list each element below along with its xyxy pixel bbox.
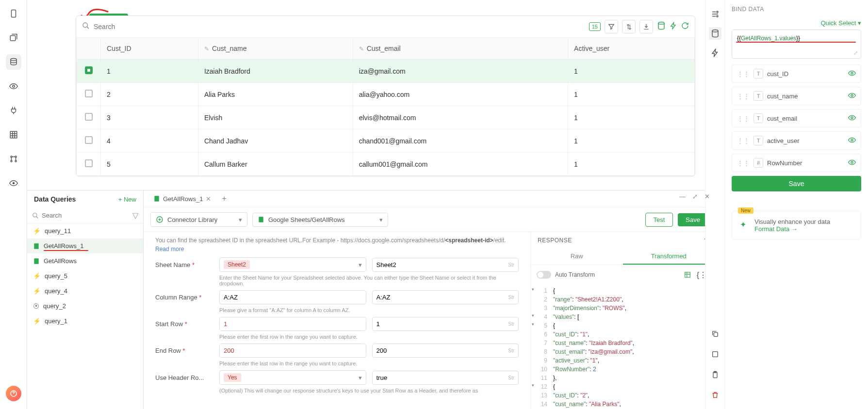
table-icon[interactable] [6,127,21,142]
start-row-input-2[interactable]: Str [372,317,519,331]
query-item[interactable]: GetAllRows [27,253,143,268]
table-row[interactable]: 4Chand Jadhavchand001@gmail.com1 [77,129,695,153]
end-row-input-2[interactable]: Str [372,344,519,358]
queries-search-input[interactable] [42,212,132,219]
new-query-button[interactable]: + New [118,196,136,203]
duplicate-icon[interactable] [709,348,721,361]
screens-icon[interactable] [6,30,21,46]
paste-icon[interactable] [709,368,721,381]
query-item[interactable]: ⚡query_5 [27,268,143,283]
bind-field-item[interactable]: ⋮⋮Tcust_email [732,109,861,127]
use-header-label: Use Header Ro... [155,374,213,381]
settings-icon[interactable] [709,8,721,20]
connector-library-select[interactable]: Connector Library▾ [150,212,247,227]
sheet-name-input[interactable]: Str [372,258,519,272]
format-data-link[interactable]: Format Data → [754,225,854,233]
add-tab-button[interactable]: + [216,190,232,207]
eye-outline-icon[interactable] [6,79,21,94]
bind-field-item[interactable]: ⋮⋮Tactive_user [732,131,861,150]
sort-icon[interactable]: ⇅ [622,20,636,33]
column-range-input-1[interactable] [219,290,366,304]
sheet-name-pill-input[interactable]: Sheet2▾ [219,257,366,272]
schema-icon[interactable] [6,151,21,167]
use-header-input[interactable]: Str [372,371,519,385]
row-checkbox[interactable] [85,113,93,121]
quick-select-button[interactable]: Quick Select ▾ [732,19,861,27]
minimize-icon[interactable]: — [679,193,686,200]
database-icon[interactable] [6,54,21,70]
response-title: RESPONSE [538,237,572,244]
column-range-input-2[interactable]: Str [372,290,519,304]
svg-point-25 [851,72,853,74]
start-row-input-1[interactable] [219,317,366,331]
row-checkbox[interactable] [85,159,93,167]
bolt-icon[interactable] [709,47,721,59]
action-icon[interactable] [670,22,677,31]
hint-text: (Optional) This will change our response… [219,388,519,393]
refresh-icon[interactable] [681,22,689,31]
data-icon[interactable] [657,21,666,32]
row-checkbox[interactable] [85,66,93,74]
test-button[interactable]: Test [645,213,673,227]
col-cust-id[interactable]: Cust_ID [101,38,198,60]
close-icon[interactable]: ✕ [704,193,710,200]
expand-icon[interactable]: ⤢ [853,50,858,56]
eye-icon[interactable] [848,69,856,79]
download-icon[interactable] [639,20,653,33]
svg-point-8 [15,160,16,162]
col-cust-email[interactable]: ✎Cust_email [353,38,568,60]
transformed-tab[interactable]: Transformed [623,249,715,265]
query-item[interactable]: ⚡query_11 [27,223,143,238]
eye-icon[interactable] [848,114,856,123]
save-bind-button[interactable]: Save [732,176,861,191]
hint-text: Please give a format "A:AZ" for column A… [219,307,519,313]
plug-icon[interactable] [6,103,21,118]
use-header-pill-input[interactable]: Yes▾ [219,370,366,385]
help-button[interactable] [6,386,21,401]
col-active-user[interactable]: Active_user [568,38,695,60]
close-tab-icon[interactable]: ✕ [206,195,211,203]
bind-expression-input[interactable]: {{GetAllRows_1.values}} ⤢ [732,30,861,59]
mobile-icon[interactable] [6,6,21,21]
filter-icon[interactable]: ▽ [132,211,138,220]
eye-icon[interactable] [848,158,856,168]
table-row[interactable]: 5Callum Barkercallum001@gmail.com1 [77,153,695,176]
svg-point-6 [15,156,16,157]
eye-icon[interactable] [848,136,856,145]
copy-icon[interactable] [709,328,721,340]
delete-icon[interactable] [709,389,721,401]
filter-icon[interactable] [605,20,618,33]
raw-tab[interactable]: Raw [531,249,623,265]
preview-icon[interactable] [6,175,21,191]
read-more-link[interactable]: Read more [155,246,184,252]
query-item[interactable]: ⚡query_4 [27,283,143,299]
eye-icon[interactable] [848,92,856,101]
svg-point-3 [12,85,15,88]
row-checkbox[interactable] [85,136,93,144]
query-item[interactable]: ⚡query_1 [27,314,143,329]
bind-field-item[interactable]: ⋮⋮Tcust_ID [732,64,861,83]
spreadsheet-id-hint: You can find the spreadsheet ID in the s… [155,236,519,253]
database-icon[interactable] [709,27,721,40]
new-badge: New [738,207,753,214]
query-item[interactable]: GetAllRows_1 [27,238,143,253]
response-code[interactable]: ▾1{2 "range": "Sheet2!A1:Z200",3 "majorD… [531,284,715,409]
connector-action-select[interactable]: Google Sheets/GetAllRows▾ [252,213,388,227]
auto-transform-toggle[interactable] [537,271,551,279]
query-tab[interactable]: GetAllRows_1✕ [148,191,216,206]
col-cust-name[interactable]: ✎Cust_name [198,38,353,60]
table-row[interactable]: 1Izaiah Bradfordiza@gmail.com1 [77,60,695,83]
table-row[interactable]: 3Elvishelvis@hotmail.com1 [77,106,695,129]
save-query-button[interactable]: Save [678,213,708,226]
svg-point-5 [11,156,12,157]
end-row-input-1[interactable] [219,344,366,358]
table-row[interactable]: 2Alia Parksalia@yahoo.com1 [77,83,695,106]
query-item[interactable]: ⦿query_2 [27,299,143,314]
row-checkbox[interactable] [85,90,93,97]
table-search-input[interactable] [94,23,337,31]
bind-field-item[interactable]: ⋮⋮Tcust_name [732,87,861,105]
expand-icon[interactable]: ⤢ [692,193,698,200]
svg-point-11 [658,22,664,25]
bind-field-item[interactable]: ⋮⋮#RowNumber [732,154,861,172]
table-view-icon[interactable] [682,269,693,281]
